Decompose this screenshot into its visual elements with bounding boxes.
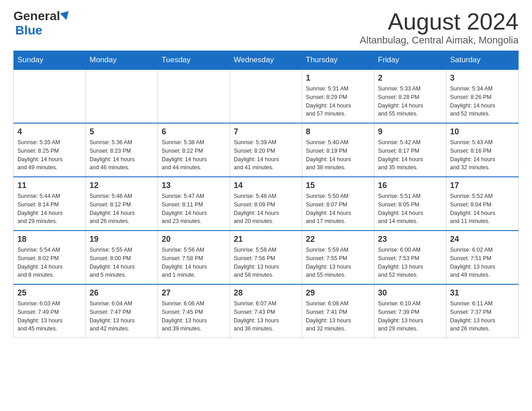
calendar-cell: 31Sunrise: 6:11 AM Sunset: 7:37 PM Dayli… xyxy=(446,284,519,338)
calendar-cell: 11Sunrise: 5:44 AM Sunset: 8:14 PM Dayli… xyxy=(14,177,86,231)
logo-triangle-icon xyxy=(60,11,71,21)
calendar-header: SundayMondayTuesdayWednesdayThursdayFrid… xyxy=(14,51,519,70)
calendar-cell: 19Sunrise: 5:55 AM Sunset: 8:00 PM Dayli… xyxy=(86,231,158,284)
calendar-table: SundayMondayTuesdayWednesdayThursdayFrid… xyxy=(13,51,519,338)
calendar-cell: 21Sunrise: 5:58 AM Sunset: 7:56 PM Dayli… xyxy=(230,231,302,284)
day-number: 12 xyxy=(90,181,154,190)
calendar-cell: 20Sunrise: 5:56 AM Sunset: 7:58 PM Dayli… xyxy=(158,231,230,284)
calendar-cell: 18Sunrise: 5:54 AM Sunset: 8:02 PM Dayli… xyxy=(14,231,86,284)
day-info: Sunrise: 6:08 AM Sunset: 7:41 PM Dayligh… xyxy=(306,300,370,333)
calendar-cell: 26Sunrise: 6:04 AM Sunset: 7:47 PM Dayli… xyxy=(86,284,158,338)
day-number: 29 xyxy=(306,288,370,298)
calendar-cell: 23Sunrise: 6:00 AM Sunset: 7:53 PM Dayli… xyxy=(374,231,446,284)
day-info: Sunrise: 5:48 AM Sunset: 8:09 PM Dayligh… xyxy=(234,192,298,226)
calendar-week-4: 18Sunrise: 5:54 AM Sunset: 8:02 PM Dayli… xyxy=(14,231,519,284)
day-number: 7 xyxy=(234,127,298,137)
day-info: Sunrise: 5:44 AM Sunset: 8:14 PM Dayligh… xyxy=(17,192,82,226)
calendar-cell xyxy=(158,69,230,123)
day-info: Sunrise: 6:07 AM Sunset: 7:43 PM Dayligh… xyxy=(234,300,298,333)
calendar-cell: 4Sunrise: 5:35 AM Sunset: 8:25 PM Daylig… xyxy=(14,123,86,177)
day-info: Sunrise: 5:36 AM Sunset: 8:23 PM Dayligh… xyxy=(90,138,154,172)
day-number: 3 xyxy=(450,73,515,83)
day-info: Sunrise: 6:03 AM Sunset: 7:49 PM Dayligh… xyxy=(17,300,82,333)
logo-blue-text: Blue xyxy=(15,23,43,38)
title-section: August 2024 Altanbulag, Central Aimak, M… xyxy=(360,9,519,46)
day-info: Sunrise: 6:06 AM Sunset: 7:45 PM Dayligh… xyxy=(162,300,226,333)
day-number: 16 xyxy=(378,181,442,190)
header-row: SundayMondayTuesdayWednesdayThursdayFrid… xyxy=(14,51,519,70)
header-day-thursday: Thursday xyxy=(302,51,374,70)
day-number: 11 xyxy=(17,181,82,190)
calendar-cell: 27Sunrise: 6:06 AM Sunset: 7:45 PM Dayli… xyxy=(158,284,230,338)
day-number: 27 xyxy=(162,288,226,298)
day-info: Sunrise: 5:34 AM Sunset: 8:26 PM Dayligh… xyxy=(450,85,515,118)
calendar-cell xyxy=(86,69,158,123)
day-number: 30 xyxy=(378,288,442,298)
day-number: 2 xyxy=(378,73,442,83)
day-info: Sunrise: 5:38 AM Sunset: 8:22 PM Dayligh… xyxy=(162,138,226,172)
calendar-week-5: 25Sunrise: 6:03 AM Sunset: 7:49 PM Dayli… xyxy=(14,284,519,338)
logo: General Blue xyxy=(13,9,71,38)
day-number: 18 xyxy=(17,235,82,244)
day-number: 19 xyxy=(90,235,154,244)
calendar-cell: 5Sunrise: 5:36 AM Sunset: 8:23 PM Daylig… xyxy=(86,123,158,177)
calendar-cell: 13Sunrise: 5:47 AM Sunset: 8:11 PM Dayli… xyxy=(158,177,230,231)
day-number: 1 xyxy=(306,73,370,83)
day-info: Sunrise: 5:33 AM Sunset: 8:28 PM Dayligh… xyxy=(378,85,442,118)
logo-general-text: General xyxy=(13,9,60,23)
day-info: Sunrise: 5:54 AM Sunset: 8:02 PM Dayligh… xyxy=(17,246,82,279)
day-info: Sunrise: 6:02 AM Sunset: 7:51 PM Dayligh… xyxy=(450,246,515,279)
calendar-week-2: 4Sunrise: 5:35 AM Sunset: 8:25 PM Daylig… xyxy=(14,123,519,177)
day-number: 21 xyxy=(234,235,298,244)
day-info: Sunrise: 5:55 AM Sunset: 8:00 PM Dayligh… xyxy=(90,246,154,279)
day-number: 9 xyxy=(378,127,442,137)
day-number: 10 xyxy=(450,127,515,137)
calendar-cell: 8Sunrise: 5:40 AM Sunset: 8:19 PM Daylig… xyxy=(302,123,374,177)
header-day-saturday: Saturday xyxy=(446,51,519,70)
location-title: Altanbulag, Central Aimak, Mongolia xyxy=(360,34,519,46)
header-day-friday: Friday xyxy=(374,51,446,70)
calendar-cell xyxy=(230,69,302,123)
day-number: 17 xyxy=(450,181,515,190)
calendar-cell: 9Sunrise: 5:42 AM Sunset: 8:17 PM Daylig… xyxy=(374,123,446,177)
day-info: Sunrise: 5:42 AM Sunset: 8:17 PM Dayligh… xyxy=(378,138,442,172)
month-title: August 2024 xyxy=(360,9,519,34)
day-number: 31 xyxy=(450,288,515,298)
calendar-cell: 25Sunrise: 6:03 AM Sunset: 7:49 PM Dayli… xyxy=(14,284,86,338)
day-info: Sunrise: 5:46 AM Sunset: 8:12 PM Dayligh… xyxy=(90,192,154,226)
day-info: Sunrise: 5:31 AM Sunset: 8:29 PM Dayligh… xyxy=(306,85,370,118)
day-info: Sunrise: 6:10 AM Sunset: 7:39 PM Dayligh… xyxy=(378,300,442,333)
calendar-cell: 28Sunrise: 6:07 AM Sunset: 7:43 PM Dayli… xyxy=(230,284,302,338)
day-info: Sunrise: 6:04 AM Sunset: 7:47 PM Dayligh… xyxy=(90,300,154,333)
header: General Blue August 2024 Altanbulag, Cen… xyxy=(13,9,519,46)
day-number: 14 xyxy=(234,181,298,190)
day-number: 6 xyxy=(162,127,226,137)
day-info: Sunrise: 5:39 AM Sunset: 8:20 PM Dayligh… xyxy=(234,138,298,172)
day-number: 28 xyxy=(234,288,298,298)
calendar-cell: 30Sunrise: 6:10 AM Sunset: 7:39 PM Dayli… xyxy=(374,284,446,338)
header-day-monday: Monday xyxy=(86,51,158,70)
calendar-cell: 2Sunrise: 5:33 AM Sunset: 8:28 PM Daylig… xyxy=(374,69,446,123)
calendar-cell: 15Sunrise: 5:50 AM Sunset: 8:07 PM Dayli… xyxy=(302,177,374,231)
header-day-wednesday: Wednesday xyxy=(230,51,302,70)
day-info: Sunrise: 5:58 AM Sunset: 7:56 PM Dayligh… xyxy=(234,246,298,279)
calendar-cell: 16Sunrise: 5:51 AM Sunset: 8:05 PM Dayli… xyxy=(374,177,446,231)
calendar-cell: 12Sunrise: 5:46 AM Sunset: 8:12 PM Dayli… xyxy=(86,177,158,231)
day-number: 22 xyxy=(306,235,370,244)
calendar-cell: 7Sunrise: 5:39 AM Sunset: 8:20 PM Daylig… xyxy=(230,123,302,177)
day-info: Sunrise: 5:59 AM Sunset: 7:55 PM Dayligh… xyxy=(306,246,370,279)
day-info: Sunrise: 5:51 AM Sunset: 8:05 PM Dayligh… xyxy=(378,192,442,226)
day-number: 4 xyxy=(17,127,82,137)
day-info: Sunrise: 5:47 AM Sunset: 8:11 PM Dayligh… xyxy=(162,192,226,226)
calendar-week-1: 1Sunrise: 5:31 AM Sunset: 8:29 PM Daylig… xyxy=(14,69,519,123)
calendar-cell: 14Sunrise: 5:48 AM Sunset: 8:09 PM Dayli… xyxy=(230,177,302,231)
calendar-cell: 24Sunrise: 6:02 AM Sunset: 7:51 PM Dayli… xyxy=(446,231,519,284)
calendar-cell: 10Sunrise: 5:43 AM Sunset: 8:16 PM Dayli… xyxy=(446,123,519,177)
day-number: 8 xyxy=(306,127,370,137)
calendar-cell: 22Sunrise: 5:59 AM Sunset: 7:55 PM Dayli… xyxy=(302,231,374,284)
day-info: Sunrise: 5:50 AM Sunset: 8:07 PM Dayligh… xyxy=(306,192,370,226)
day-number: 24 xyxy=(450,235,515,244)
day-number: 20 xyxy=(162,235,226,244)
header-day-tuesday: Tuesday xyxy=(158,51,230,70)
day-number: 25 xyxy=(17,288,82,298)
